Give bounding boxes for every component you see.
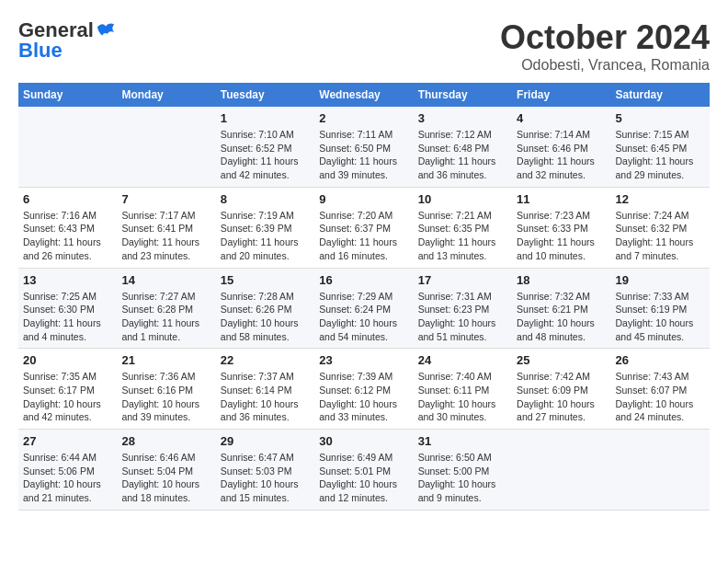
week-row-2: 6Sunrise: 7:16 AM Sunset: 6:43 PM Daylig… — [18, 187, 710, 268]
weekday-header-saturday: Saturday — [611, 83, 710, 107]
month-title: October 2024 — [500, 18, 710, 57]
calendar-cell: 28Sunrise: 6:46 AM Sunset: 5:04 PM Dayli… — [117, 430, 215, 511]
calendar-cell: 31Sunrise: 6:50 AM Sunset: 5:00 PM Dayli… — [414, 430, 512, 511]
calendar-cell: 7Sunrise: 7:17 AM Sunset: 6:41 PM Daylig… — [117, 187, 215, 268]
day-info: Sunrise: 7:16 AM Sunset: 6:43 PM Dayligh… — [23, 209, 112, 263]
weekday-header-row: SundayMondayTuesdayWednesdayThursdayFrid… — [18, 83, 710, 107]
day-number: 30 — [319, 434, 408, 448]
day-info: Sunrise: 7:32 AM Sunset: 6:21 PM Dayligh… — [517, 290, 606, 344]
title-area: October 2024 Odobesti, Vrancea, Romania — [500, 18, 710, 74]
day-number: 22 — [221, 353, 310, 367]
calendar-cell — [18, 107, 117, 187]
day-number: 28 — [121, 434, 210, 448]
day-number: 29 — [221, 434, 310, 448]
day-number: 16 — [319, 273, 408, 287]
week-row-5: 27Sunrise: 6:44 AM Sunset: 5:06 PM Dayli… — [18, 430, 710, 511]
calendar-cell: 13Sunrise: 7:25 AM Sunset: 6:30 PM Dayli… — [18, 268, 117, 349]
day-info: Sunrise: 7:25 AM Sunset: 6:30 PM Dayligh… — [23, 290, 112, 344]
calendar-cell: 8Sunrise: 7:19 AM Sunset: 6:39 PM Daylig… — [216, 187, 314, 268]
day-info: Sunrise: 6:44 AM Sunset: 5:06 PM Dayligh… — [23, 451, 112, 505]
day-info: Sunrise: 7:40 AM Sunset: 6:11 PM Dayligh… — [418, 370, 507, 424]
day-number: 17 — [418, 273, 507, 287]
calendar-cell — [611, 430, 710, 511]
calendar-cell: 23Sunrise: 7:39 AM Sunset: 6:12 PM Dayli… — [314, 349, 413, 430]
day-number: 3 — [418, 111, 507, 125]
calendar-cell: 10Sunrise: 7:21 AM Sunset: 6:35 PM Dayli… — [414, 187, 512, 268]
location-title: Odobesti, Vrancea, Romania — [500, 57, 710, 74]
day-info: Sunrise: 7:24 AM Sunset: 6:32 PM Dayligh… — [616, 209, 705, 263]
day-number: 6 — [23, 192, 112, 206]
weekday-header-friday: Friday — [512, 83, 610, 107]
day-number: 25 — [517, 353, 606, 367]
day-number: 1 — [221, 111, 310, 125]
day-info: Sunrise: 6:49 AM Sunset: 5:01 PM Dayligh… — [319, 451, 408, 505]
calendar-cell: 3Sunrise: 7:12 AM Sunset: 6:48 PM Daylig… — [414, 107, 512, 187]
day-number: 13 — [23, 273, 112, 287]
week-row-4: 20Sunrise: 7:35 AM Sunset: 6:17 PM Dayli… — [18, 349, 710, 430]
day-info: Sunrise: 7:10 AM Sunset: 6:52 PM Dayligh… — [221, 128, 310, 182]
day-info: Sunrise: 7:15 AM Sunset: 6:45 PM Dayligh… — [616, 128, 705, 182]
day-number: 9 — [319, 192, 408, 206]
calendar-cell: 19Sunrise: 7:33 AM Sunset: 6:19 PM Dayli… — [611, 268, 710, 349]
day-info: Sunrise: 7:43 AM Sunset: 6:07 PM Dayligh… — [616, 370, 705, 424]
logo-bird-icon — [96, 20, 116, 40]
day-number: 23 — [319, 353, 408, 367]
calendar-cell: 26Sunrise: 7:43 AM Sunset: 6:07 PM Dayli… — [611, 349, 710, 430]
calendar-cell: 2Sunrise: 7:11 AM Sunset: 6:50 PM Daylig… — [314, 107, 413, 187]
calendar-cell: 21Sunrise: 7:36 AM Sunset: 6:16 PM Dayli… — [117, 349, 215, 430]
day-info: Sunrise: 7:36 AM Sunset: 6:16 PM Dayligh… — [121, 370, 210, 424]
logo-blue-text: Blue — [18, 39, 63, 63]
day-info: Sunrise: 7:27 AM Sunset: 6:28 PM Dayligh… — [121, 290, 210, 344]
day-info: Sunrise: 6:46 AM Sunset: 5:04 PM Dayligh… — [121, 451, 210, 505]
day-info: Sunrise: 7:23 AM Sunset: 6:33 PM Dayligh… — [517, 209, 606, 263]
calendar-cell: 18Sunrise: 7:32 AM Sunset: 6:21 PM Dayli… — [512, 268, 610, 349]
calendar-cell: 9Sunrise: 7:20 AM Sunset: 6:37 PM Daylig… — [314, 187, 413, 268]
day-info: Sunrise: 7:31 AM Sunset: 6:23 PM Dayligh… — [418, 290, 507, 344]
day-info: Sunrise: 6:50 AM Sunset: 5:00 PM Dayligh… — [418, 451, 507, 505]
calendar-cell: 30Sunrise: 6:49 AM Sunset: 5:01 PM Dayli… — [314, 430, 413, 511]
day-info: Sunrise: 7:21 AM Sunset: 6:35 PM Dayligh… — [418, 209, 507, 263]
calendar-cell: 25Sunrise: 7:42 AM Sunset: 6:09 PM Dayli… — [512, 349, 610, 430]
day-number: 15 — [221, 273, 310, 287]
calendar-cell: 5Sunrise: 7:15 AM Sunset: 6:45 PM Daylig… — [611, 107, 710, 187]
calendar-cell — [117, 107, 215, 187]
day-info: Sunrise: 7:14 AM Sunset: 6:46 PM Dayligh… — [517, 128, 606, 182]
calendar-cell: 27Sunrise: 6:44 AM Sunset: 5:06 PM Dayli… — [18, 430, 117, 511]
day-number: 18 — [517, 273, 606, 287]
weekday-header-sunday: Sunday — [18, 83, 117, 107]
weekday-header-wednesday: Wednesday — [314, 83, 413, 107]
calendar-cell: 1Sunrise: 7:10 AM Sunset: 6:52 PM Daylig… — [216, 107, 314, 187]
day-number: 21 — [121, 353, 210, 367]
weekday-header-thursday: Thursday — [414, 83, 512, 107]
day-number: 2 — [319, 111, 408, 125]
calendar-cell: 15Sunrise: 7:28 AM Sunset: 6:26 PM Dayli… — [216, 268, 314, 349]
calendar-cell: 24Sunrise: 7:40 AM Sunset: 6:11 PM Dayli… — [414, 349, 512, 430]
weekday-header-tuesday: Tuesday — [216, 83, 314, 107]
day-number: 12 — [616, 192, 705, 206]
day-number: 19 — [616, 273, 705, 287]
header: General Blue October 2024 Odobesti, Vran… — [18, 18, 710, 74]
calendar-cell: 6Sunrise: 7:16 AM Sunset: 6:43 PM Daylig… — [18, 187, 117, 268]
calendar-cell — [512, 430, 610, 511]
day-number: 7 — [121, 192, 210, 206]
calendar-cell: 16Sunrise: 7:29 AM Sunset: 6:24 PM Dayli… — [314, 268, 413, 349]
day-info: Sunrise: 7:11 AM Sunset: 6:50 PM Dayligh… — [319, 128, 408, 182]
logo: General Blue — [18, 18, 116, 63]
day-number: 26 — [616, 353, 705, 367]
day-number: 10 — [418, 192, 507, 206]
calendar-cell: 17Sunrise: 7:31 AM Sunset: 6:23 PM Dayli… — [414, 268, 512, 349]
day-number: 27 — [23, 434, 112, 448]
day-info: Sunrise: 7:12 AM Sunset: 6:48 PM Dayligh… — [418, 128, 507, 182]
day-number: 4 — [517, 111, 606, 125]
day-number: 5 — [616, 111, 705, 125]
day-number: 24 — [418, 353, 507, 367]
calendar-cell: 11Sunrise: 7:23 AM Sunset: 6:33 PM Dayli… — [512, 187, 610, 268]
day-info: Sunrise: 7:35 AM Sunset: 6:17 PM Dayligh… — [23, 370, 112, 424]
week-row-3: 13Sunrise: 7:25 AM Sunset: 6:30 PM Dayli… — [18, 268, 710, 349]
day-number: 14 — [121, 273, 210, 287]
day-info: Sunrise: 7:19 AM Sunset: 6:39 PM Dayligh… — [221, 209, 310, 263]
calendar-table: SundayMondayTuesdayWednesdayThursdayFrid… — [18, 83, 710, 511]
calendar-cell: 12Sunrise: 7:24 AM Sunset: 6:32 PM Dayli… — [611, 187, 710, 268]
calendar-cell: 4Sunrise: 7:14 AM Sunset: 6:46 PM Daylig… — [512, 107, 610, 187]
calendar-cell: 29Sunrise: 6:47 AM Sunset: 5:03 PM Dayli… — [216, 430, 314, 511]
